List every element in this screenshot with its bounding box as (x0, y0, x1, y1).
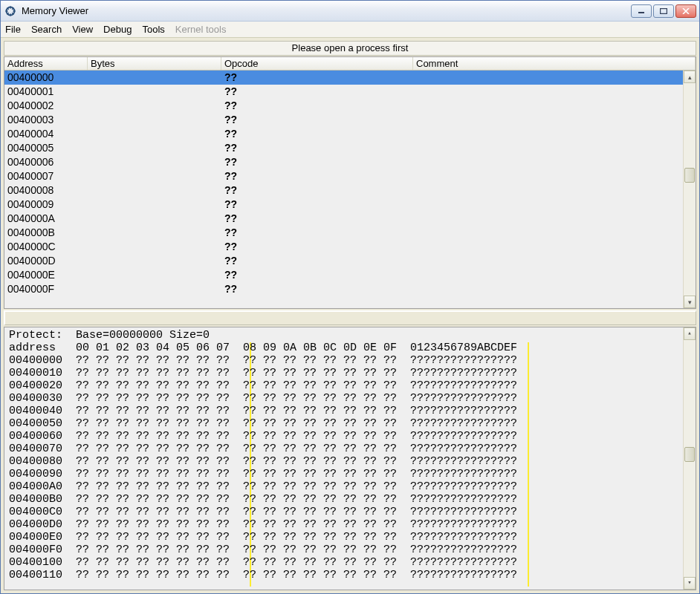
disassembly-row[interactable]: 00400008?? (4, 183, 683, 198)
disassembly-row[interactable]: 0040000B?? (4, 226, 683, 240)
cell-bytes (88, 141, 221, 155)
disassembly-row[interactable]: 0040000C?? (4, 240, 683, 254)
scrollbar-track[interactable] (684, 83, 696, 296)
menu-debug[interactable]: Debug (103, 24, 132, 35)
column-address[interactable]: Address (4, 57, 88, 70)
cell-comment (413, 212, 683, 226)
hex-panel[interactable]: Protect: Base=00000000 Size=0 address 00… (4, 327, 696, 590)
scrollbar-track[interactable] (684, 340, 696, 577)
minimize-button[interactable] (631, 4, 652, 18)
cell-bytes (88, 99, 221, 113)
cell-bytes (88, 212, 221, 226)
hex-row[interactable]: 00400020 ?? ?? ?? ?? ?? ?? ?? ?? ?? ?? ?… (9, 379, 691, 392)
disassembly-row[interactable]: 00400003?? (4, 113, 683, 127)
cell-comment (413, 254, 683, 268)
app-icon (4, 4, 17, 18)
hex-row[interactable]: 00400030 ?? ?? ?? ?? ?? ?? ?? ?? ?? ?? ?… (9, 392, 691, 405)
cell-address: 00400008 (4, 183, 88, 198)
hex-row[interactable]: 00400010 ?? ?? ?? ?? ?? ?? ?? ?? ?? ?? ?… (9, 367, 691, 379)
cell-address: 00400003 (4, 113, 88, 127)
cell-address: 00400002 (4, 99, 88, 113)
scrollbar-thumb[interactable] (684, 168, 695, 183)
hex-row[interactable]: 004000B0 ?? ?? ?? ?? ?? ?? ?? ?? ?? ?? ?… (9, 493, 691, 506)
cell-comment (413, 282, 683, 296)
cell-bytes (88, 155, 221, 169)
hex-row[interactable]: 004000C0 ?? ?? ?? ?? ?? ?? ?? ?? ?? ?? ?… (9, 506, 691, 518)
cell-address: 00400001 (4, 85, 88, 99)
hex-row[interactable]: 00400090 ?? ?? ?? ?? ?? ?? ?? ?? ?? ?? ?… (9, 468, 691, 480)
cell-opcode: ?? (221, 169, 413, 183)
column-comment[interactable]: Comment (413, 57, 696, 70)
hex-scrollbar[interactable]: ▴ ▾ (683, 327, 696, 590)
cell-bytes (88, 183, 221, 198)
scrollbar-thumb[interactable] (684, 447, 695, 462)
svg-rect-1 (638, 12, 644, 13)
menu-file[interactable]: File (5, 24, 21, 35)
scroll-up-icon[interactable]: ▴ (684, 327, 696, 340)
menubar: FileSearchViewDebugToolsKernel tools (1, 22, 699, 38)
cell-comment (413, 169, 683, 183)
menu-kernel-tools: Kernel tools (175, 24, 227, 35)
content-area: Please open a process first Address Byte… (1, 38, 699, 593)
disassembly-row[interactable]: 0040000D?? (4, 254, 683, 268)
cell-comment (413, 183, 683, 198)
cell-comment (413, 240, 683, 254)
cell-address: 00400000 (4, 71, 88, 85)
scroll-down-icon[interactable]: ▾ (684, 577, 696, 590)
cell-address: 00400004 (4, 127, 88, 141)
hex-row[interactable]: 00400000 ?? ?? ?? ?? ?? ?? ?? ?? ?? ?? ?… (9, 354, 691, 367)
disassembly-row[interactable]: 00400009?? (4, 198, 683, 212)
hex-row[interactable]: 00400060 ?? ?? ?? ?? ?? ?? ?? ?? ?? ?? ?… (9, 430, 691, 443)
disassembly-rows[interactable]: 00400000??00400001??00400002??00400003??… (4, 71, 683, 308)
window-title: Memory Viewer (22, 5, 631, 16)
column-bytes[interactable]: Bytes (88, 57, 221, 70)
menu-tools[interactable]: Tools (142, 24, 164, 35)
disassembly-row[interactable]: 00400001?? (4, 85, 683, 99)
cell-comment (413, 127, 683, 141)
disassembly-row[interactable]: 00400007?? (4, 169, 683, 183)
disassembly-row[interactable]: 0040000A?? (4, 212, 683, 226)
cell-address: 0040000C (4, 240, 88, 254)
disassembly-row[interactable]: 00400000?? (4, 71, 683, 85)
scroll-up-icon[interactable]: ▴ (684, 71, 696, 83)
disassembly-row[interactable]: 0040000F?? (4, 282, 683, 296)
column-opcode[interactable]: Opcode (221, 57, 413, 70)
hex-row[interactable]: 004000A0 ?? ?? ?? ?? ?? ?? ?? ?? ?? ?? ?… (9, 480, 691, 493)
menu-view[interactable]: View (72, 24, 93, 35)
menu-search[interactable]: Search (31, 24, 62, 35)
cell-bytes (88, 282, 221, 296)
cell-address: 00400006 (4, 155, 88, 169)
hex-row[interactable]: 004000F0 ?? ?? ?? ?? ?? ?? ?? ?? ?? ?? ?… (9, 544, 691, 556)
cell-address: 0040000F (4, 282, 88, 296)
disassembly-row[interactable]: 00400002?? (4, 99, 683, 113)
cell-address: 0040000E (4, 268, 88, 282)
disassembly-scrollbar[interactable]: ▴ ▾ (683, 71, 696, 308)
disassembly-row[interactable]: 00400005?? (4, 141, 683, 155)
hex-row[interactable]: 004000D0 ?? ?? ?? ?? ?? ?? ?? ?? ?? ?? ?… (9, 518, 691, 531)
hex-row[interactable]: 00400110 ?? ?? ?? ?? ?? ?? ?? ?? ?? ?? ?… (9, 569, 691, 581)
scroll-down-icon[interactable]: ▾ (684, 296, 696, 308)
cell-bytes (88, 169, 221, 183)
hex-row[interactable]: 00400100 ?? ?? ?? ?? ?? ?? ?? ?? ?? ?? ?… (9, 556, 691, 569)
cell-opcode: ?? (221, 226, 413, 240)
splitter[interactable] (4, 310, 696, 325)
maximize-button[interactable] (653, 4, 674, 18)
cell-bytes (88, 198, 221, 212)
hex-rows[interactable]: 00400000 ?? ?? ?? ?? ?? ?? ?? ?? ?? ?? ?… (9, 354, 691, 581)
disassembly-row[interactable]: 00400006?? (4, 155, 683, 169)
hex-row[interactable]: 00400040 ?? ?? ?? ?? ?? ?? ?? ?? ?? ?? ?… (9, 405, 691, 417)
hex-row[interactable]: 00400050 ?? ?? ?? ?? ?? ?? ?? ?? ?? ?? ?… (9, 417, 691, 430)
cell-address: 0040000D (4, 254, 88, 268)
cell-opcode: ?? (221, 268, 413, 282)
disassembly-header[interactable]: Address Bytes Opcode Comment (4, 57, 696, 71)
hex-row[interactable]: 00400070 ?? ?? ?? ?? ?? ?? ?? ?? ?? ?? ?… (9, 443, 691, 455)
disassembly-row[interactable]: 00400004?? (4, 127, 683, 141)
cell-opcode: ?? (221, 127, 413, 141)
cell-bytes (88, 113, 221, 127)
disassembly-row[interactable]: 0040000E?? (4, 268, 683, 282)
cell-comment (413, 268, 683, 282)
hex-row[interactable]: 00400080 ?? ?? ?? ?? ?? ?? ?? ?? ?? ?? ?… (9, 455, 691, 468)
titlebar[interactable]: Memory Viewer (1, 1, 699, 22)
close-button[interactable] (675, 4, 696, 18)
hex-row[interactable]: 004000E0 ?? ?? ?? ?? ?? ?? ?? ?? ?? ?? ?… (9, 531, 691, 544)
